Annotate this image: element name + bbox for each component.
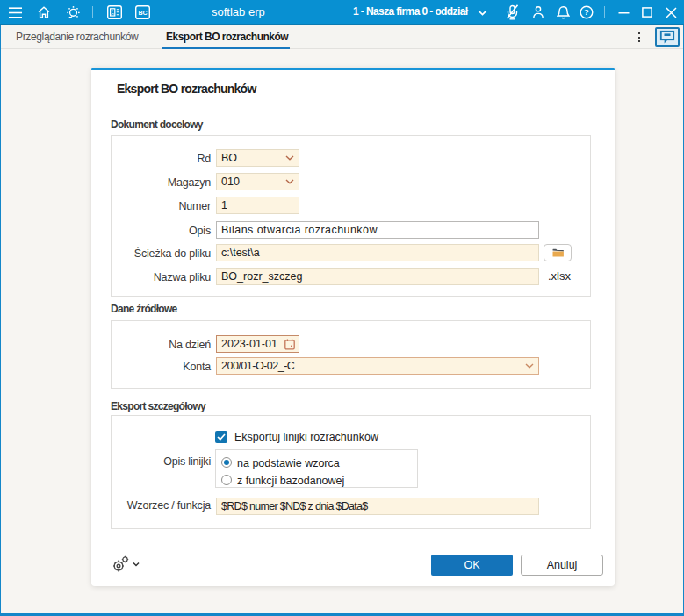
- svg-text:?: ?: [584, 7, 589, 17]
- svg-text:BC: BC: [138, 10, 147, 16]
